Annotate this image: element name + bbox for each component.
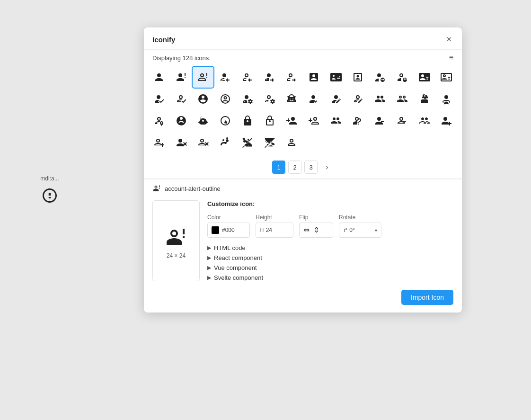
icon-account-arrow-right-outline[interactable] — [281, 67, 302, 88]
icon-account-cancel-outline[interactable] — [392, 67, 413, 88]
icon-account-minus[interactable] — [281, 110, 302, 131]
color-field-group: Color #000 — [207, 214, 250, 238]
color-swatch — [212, 226, 219, 234]
bottom-panel: 24 × 24 Customize icon: Color #000 Heigh… — [144, 197, 462, 288]
icon-account-multiple-plus-outline[interactable] — [149, 132, 169, 153]
react-code-option[interactable]: ▶ React component — [207, 254, 453, 261]
customize-panel: Customize icon: Color #000 Height H — [207, 200, 453, 281]
flip-horizontal-button[interactable]: ⇔ — [303, 226, 310, 234]
icon-account-cancel[interactable] — [370, 67, 390, 88]
icon-account[interactable] — [149, 67, 169, 88]
icon-account-box-outline[interactable] — [347, 67, 368, 88]
page-2-button[interactable]: 2 — [288, 161, 301, 174]
preview-icon — [165, 226, 187, 249]
icon-account-key[interactable] — [193, 110, 213, 131]
icon-account-lock[interactable] — [237, 110, 258, 131]
page-3-button[interactable]: 3 — [304, 161, 318, 174]
icon-account-cog[interactable] — [237, 89, 258, 109]
icon-account-check[interactable] — [149, 89, 169, 109]
customize-title: Customize icon: — [207, 200, 453, 207]
html-code-arrow-icon: ▶ — [207, 245, 211, 251]
icon-account-cowboy-hat[interactable] — [281, 89, 302, 109]
import-row: Import Icon — [144, 288, 462, 313]
icon-account-minus-outline[interactable] — [303, 110, 324, 131]
icon-account-multiple-check[interactable] — [347, 110, 368, 131]
menu-icon[interactable]: ≡ — [449, 54, 453, 62]
vue-code-arrow-icon: ▶ — [207, 265, 211, 271]
icon-grid — [149, 67, 457, 153]
icon-account-key-outline[interactable] — [215, 110, 236, 131]
height-field-group: Height H — [256, 214, 293, 238]
flip-vertical-button[interactable]: ⇕ — [313, 226, 319, 234]
svelte-code-label: Svelte component — [214, 274, 263, 281]
flip-label: Flip — [299, 214, 333, 221]
icon-account-circle[interactable] — [193, 89, 213, 109]
selected-icon-name: account-alert-outline — [165, 185, 221, 192]
vue-code-label: Vue component — [214, 264, 257, 271]
rotate-field-group: Rotate ↱ 0° ▾ — [339, 214, 381, 238]
icon-preview-box: 24 × 24 — [152, 200, 200, 281]
selected-icon-indicator — [152, 184, 161, 193]
icon-account-group[interactable] — [370, 89, 390, 109]
flip-controls[interactable]: ⇔ ⇕ — [299, 223, 333, 238]
icon-account-multiple-minus-outline[interactable] — [392, 110, 413, 131]
html-code-option[interactable]: ▶ HTML code — [207, 244, 453, 251]
icon-account-cog-outline[interactable] — [259, 89, 280, 109]
vue-code-option[interactable]: ▶ Vue component — [207, 264, 453, 271]
page-1-button[interactable]: 1 — [272, 161, 285, 174]
icon-account-box[interactable] — [303, 67, 324, 88]
modal-header: Iconify × — [144, 27, 462, 50]
icon-account-alert[interactable] — [171, 67, 192, 88]
rotate-label: Rotate — [339, 214, 381, 221]
icon-account-circle-outline[interactable] — [215, 89, 236, 109]
flip-field-group: Flip ⇔ ⇕ — [299, 214, 333, 238]
icon-account-details[interactable] — [303, 89, 324, 109]
sidebar-account-alert-icon — [41, 187, 58, 204]
icon-account-card[interactable] — [414, 67, 435, 88]
icon-account-off-outline[interactable] — [259, 132, 280, 153]
icon-account-arrow-right[interactable] — [259, 67, 280, 88]
icon-account-check-outline[interactable] — [171, 89, 192, 109]
icon-account-hard-hat[interactable] — [414, 89, 435, 109]
icon-name-bar: account-alert-outline — [144, 179, 462, 197]
icon-account-arrow-left-outline[interactable] — [237, 67, 258, 88]
react-code-label: React component — [214, 254, 262, 261]
next-page-button[interactable]: › — [320, 161, 334, 174]
rotate-chevron-icon: ▾ — [375, 228, 377, 233]
icon-account-multiple-minus[interactable] — [370, 110, 390, 131]
color-label: Color — [207, 214, 250, 221]
rotate-select[interactable]: ↱ 0° ▾ — [339, 223, 381, 238]
icon-account-card-outline[interactable] — [436, 67, 457, 88]
icon-account-multiple[interactable] — [326, 110, 346, 131]
color-value: #000 — [222, 227, 235, 233]
icon-account-heart[interactable] — [436, 89, 457, 109]
height-input-wrapper[interactable]: H — [256, 223, 293, 238]
svelte-code-arrow-icon: ▶ — [207, 275, 211, 281]
icon-account-injury[interactable] — [171, 110, 192, 131]
html-code-label: HTML code — [214, 244, 246, 251]
icon-account-multiple-remove-outline[interactable] — [193, 132, 213, 153]
icon-account-multiple-plus[interactable] — [436, 110, 457, 131]
sidebar-icon-label: mdi:a... — [40, 175, 59, 182]
icon-account-box-multiple[interactable] — [326, 67, 346, 88]
icon-account-lock-outline[interactable] — [259, 110, 280, 131]
code-options: ▶ HTML code ▶ React component ▶ Vue comp… — [207, 244, 453, 281]
icon-account-group-outline[interactable] — [392, 89, 413, 109]
icon-account-multiple-outline[interactable] — [414, 110, 435, 131]
icon-account-multiple-remove[interactable] — [171, 132, 192, 153]
icon-account-outline[interactable] — [281, 132, 302, 153]
icon-account-edit[interactable] — [326, 89, 346, 109]
import-icon-button[interactable]: Import Icon — [401, 290, 453, 305]
icon-account-arrow-left[interactable] — [215, 67, 236, 88]
color-picker[interactable]: #000 — [207, 223, 250, 238]
height-input[interactable] — [266, 227, 285, 233]
svelte-code-option[interactable]: ▶ Svelte component — [207, 274, 453, 281]
icon-account-network[interactable] — [215, 132, 236, 153]
preview-size: 24 × 24 — [167, 252, 186, 259]
icon-account-edit-outline[interactable] — [347, 89, 368, 109]
icon-account-off[interactable] — [237, 132, 258, 153]
modal-title: Iconify — [152, 36, 175, 44]
close-button[interactable]: × — [444, 34, 453, 45]
icon-account-alert-outline[interactable] — [193, 67, 213, 88]
icon-account-heart-outline[interactable] — [149, 110, 169, 131]
